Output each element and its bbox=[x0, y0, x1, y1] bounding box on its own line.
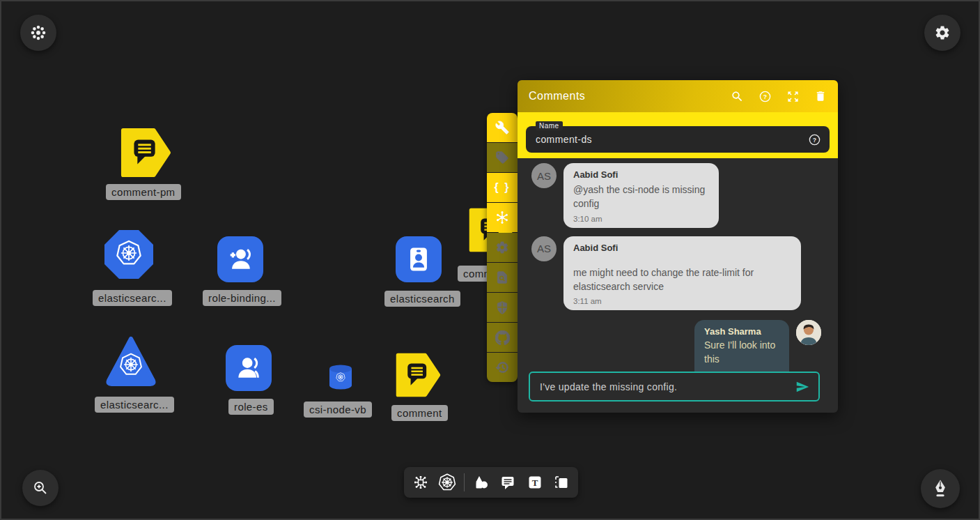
tool-json-button[interactable]: { } bbox=[487, 173, 518, 202]
pen-tool-button[interactable] bbox=[921, 469, 960, 508]
panel-title: Comments bbox=[529, 90, 731, 102]
tool-hub-button[interactable] bbox=[487, 203, 518, 232]
tool-github-button[interactable] bbox=[487, 323, 518, 352]
node-label-role-binding: role-binding... bbox=[203, 290, 281, 306]
tool-file-search-button[interactable] bbox=[487, 263, 518, 292]
kubernetes-flower-icon bbox=[29, 24, 47, 42]
node-label-comment: comment bbox=[391, 405, 448, 421]
comment-pennant-shape bbox=[395, 352, 441, 398]
hub-icon bbox=[495, 210, 510, 225]
kubernetes-icon bbox=[438, 473, 456, 491]
kubernetes-wheel-icon bbox=[116, 240, 142, 269]
name-field-wrap: Name ? bbox=[526, 126, 830, 153]
avatar-photo bbox=[796, 320, 821, 345]
search-icon[interactable] bbox=[731, 90, 744, 103]
node-label-elasticsearch-octagon: elasticsearc... bbox=[93, 290, 172, 306]
comment-composer bbox=[529, 372, 820, 402]
tool-settings-button[interactable] bbox=[487, 233, 518, 262]
svg-text:?: ? bbox=[813, 136, 816, 143]
node-elasticsearch-service-account[interactable] bbox=[396, 236, 442, 282]
comment-text: me might need to change the rate-limit f… bbox=[573, 266, 791, 294]
node-comment-pm[interactable] bbox=[120, 127, 171, 181]
node-action-toolbar: { } bbox=[487, 113, 518, 382]
flip-front-icon bbox=[553, 474, 570, 491]
comment-input[interactable] bbox=[538, 381, 795, 393]
person-photo bbox=[796, 320, 821, 345]
node-comment[interactable] bbox=[395, 352, 441, 401]
history-icon bbox=[495, 360, 509, 374]
node-role-es[interactable] bbox=[226, 345, 272, 391]
text-tool-button[interactable]: T bbox=[524, 472, 545, 493]
settings-button[interactable] bbox=[924, 15, 960, 51]
comment-text: @yash the csi-node is missing config bbox=[573, 183, 709, 211]
send-icon[interactable] bbox=[795, 379, 810, 395]
circuit-node-icon bbox=[412, 474, 429, 491]
flip-front-tool-button[interactable] bbox=[551, 472, 572, 493]
file-search-icon bbox=[495, 270, 509, 284]
comment-author: Aabid Sofi bbox=[573, 169, 709, 180]
node-elasticsearch-triangle[interactable] bbox=[104, 335, 157, 390]
expand-icon[interactable] bbox=[786, 90, 800, 103]
text-tool-icon: T bbox=[527, 474, 543, 491]
comment-tool-button[interactable] bbox=[497, 472, 518, 493]
wrench-icon bbox=[495, 121, 509, 135]
comment-time: 3:10 am bbox=[573, 215, 709, 223]
kubernetes-wheel-icon bbox=[119, 353, 143, 379]
comment-message-own: Yash Sharma Sure I'll look into this 3:2… bbox=[531, 320, 821, 372]
shapes-icon bbox=[473, 474, 490, 491]
avatar-initials: AS bbox=[531, 163, 557, 188]
comment-bubble: Aabid Sofi me might need to change the r… bbox=[563, 236, 801, 311]
toolbar-divider bbox=[464, 473, 465, 491]
node-label-csi-node-vb: csi-node-vb bbox=[304, 402, 372, 418]
node-label-role-es: role-es bbox=[228, 399, 274, 415]
field-help-icon[interactable]: ? bbox=[808, 133, 821, 146]
comments-panel: Comments ? Name bbox=[518, 80, 838, 413]
shape-palette-toolbar: T bbox=[404, 467, 578, 498]
avatar-initials: AS bbox=[531, 236, 557, 261]
comment-bubble: Aabid Sofi @yash the csi-node is missing… bbox=[563, 163, 719, 228]
braces-icon: { } bbox=[495, 181, 511, 194]
comments-panel-header: Comments ? bbox=[518, 80, 838, 112]
comment-author: Aabid Sofi bbox=[573, 243, 791, 253]
comment-time: 3:11 am bbox=[573, 297, 791, 305]
node-csi-node-vb[interactable] bbox=[328, 364, 353, 393]
components-tool-button[interactable] bbox=[410, 472, 431, 493]
node-elasticsearch-octagon[interactable] bbox=[104, 230, 153, 279]
comment-icon bbox=[499, 474, 516, 491]
kubernetes-wheel-icon bbox=[336, 372, 345, 385]
tool-tag-button[interactable] bbox=[487, 143, 518, 172]
kubernetes-tool-button[interactable] bbox=[437, 472, 458, 493]
comment-message: AS Aabid Sofi @yash the csi-node is miss… bbox=[531, 163, 824, 228]
tool-shield-button[interactable] bbox=[487, 293, 518, 322]
delete-icon[interactable] bbox=[814, 90, 827, 102]
github-icon bbox=[495, 330, 510, 345]
comments-thread[interactable]: AS Aabid Sofi @yash the csi-node is miss… bbox=[518, 158, 838, 372]
tag-icon bbox=[495, 151, 509, 165]
zoom-in-button[interactable] bbox=[22, 470, 59, 506]
tool-history-button[interactable] bbox=[487, 353, 518, 382]
id-badge-icon bbox=[403, 244, 434, 275]
node-label-elasticsearch: elasticsearch bbox=[384, 291, 460, 307]
name-input[interactable] bbox=[534, 133, 808, 146]
shield-icon bbox=[495, 300, 509, 314]
gear-icon bbox=[495, 240, 509, 254]
comment-text: Sure I'll look into this bbox=[704, 338, 779, 367]
comment-message: AS Aabid Sofi me might need to change th… bbox=[531, 236, 824, 311]
comment-author: Yash Sharma bbox=[704, 326, 779, 337]
shapes-tool-button[interactable] bbox=[471, 472, 492, 493]
node-role-binding[interactable] bbox=[217, 236, 263, 282]
tool-configure-button[interactable] bbox=[487, 113, 518, 142]
name-field-label: Name bbox=[536, 121, 563, 130]
menu-kubernetes-button[interactable] bbox=[20, 15, 56, 51]
design-canvas[interactable]: comment-pm elasticsearc... role-binding.… bbox=[0, 0, 980, 520]
node-label-comment-pm: comment-pm bbox=[106, 184, 181, 200]
node-label-elasticsearch-triangle: elasticsearc... bbox=[95, 397, 174, 413]
svg-text:T: T bbox=[531, 477, 538, 488]
help-icon[interactable]: ? bbox=[759, 90, 772, 103]
svg-text:?: ? bbox=[763, 93, 767, 100]
zoom-in-icon bbox=[32, 480, 49, 496]
pen-nib-icon bbox=[930, 478, 951, 499]
gear-icon bbox=[934, 24, 951, 41]
comment-pennant-shape bbox=[120, 127, 171, 178]
comment-bubble: Yash Sharma Sure I'll look into this 3:2… bbox=[694, 320, 789, 372]
